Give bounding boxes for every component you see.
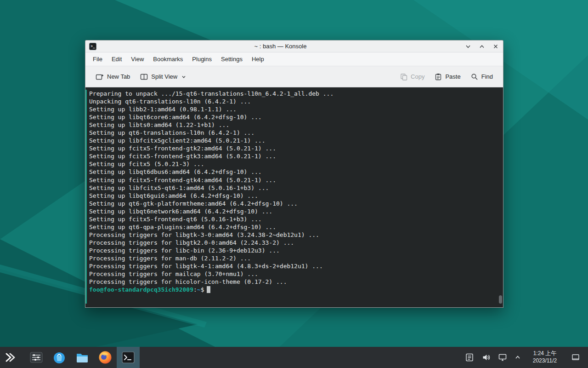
terminal-line: Setting up libqt6core6:amd64 (6.4.2+dfsg… [89, 113, 497, 121]
discover-icon [52, 351, 66, 364]
maximize-button[interactable] [478, 43, 486, 50]
desktop: >_ ~ : bash — Konsole File Edit View Boo… [0, 0, 588, 368]
clock-time: 1:24 上午 [531, 350, 559, 357]
window-titlebar[interactable]: >_ ~ : bash — Konsole [85, 40, 503, 52]
terminal-scrollbar[interactable] [498, 87, 503, 307]
volume-icon[interactable] [481, 353, 491, 362]
terminal-line: Setting up qt6-gtk-platformtheme:amd64 (… [89, 200, 497, 207]
terminal-line: Processing triggers for man-db (2.11.2-2… [89, 254, 497, 262]
terminal-line: Setting up fcitx5 (5.0.21-3) ... [89, 160, 497, 168]
menubar: File Edit View Bookmarks Plugins Setting… [85, 52, 503, 66]
copy-icon [400, 73, 407, 80]
terminal-output: Preparing to unpack .../15-qt6-translati… [89, 90, 497, 286]
terminal-line: Setting up libts0:amd64 (1.22-1+b1) ... [89, 121, 497, 129]
terminal-line: Processing triggers for libgtk-4-1:amd64… [89, 262, 497, 270]
paste-button[interactable]: Paste [431, 70, 464, 83]
find-label: Find [481, 73, 493, 80]
paste-icon [435, 73, 442, 80]
new-tab-icon [96, 73, 104, 80]
scroll-activity-indicator [85, 90, 87, 304]
show-desktop-icon [571, 353, 580, 362]
folder-icon [75, 351, 89, 364]
split-view-label: Split View [151, 73, 177, 80]
terminal-line: Setting up libfcitx5-qt6-1:amd64 (5.0.16… [89, 184, 497, 192]
taskbar-item-konsole[interactable] [117, 347, 140, 368]
window-title: ~ : bash — Konsole [96, 43, 464, 50]
scrollbar-handle[interactable] [499, 295, 502, 304]
terminal-line: Setting up libqt6gui6:amd64 (6.4.2+dfsg-… [89, 192, 497, 200]
terminal-line: Processing triggers for libc-bin (2.36-9… [89, 247, 497, 254]
taskbar-item-file-manager[interactable] [71, 347, 94, 368]
close-button[interactable] [492, 43, 499, 50]
menu-bookmarks[interactable]: Bookmarks [148, 54, 187, 64]
menu-help[interactable]: Help [247, 54, 269, 64]
display-icon[interactable] [498, 353, 507, 362]
copy-button[interactable]: Copy [396, 70, 428, 83]
show-desktop-button[interactable] [569, 353, 583, 362]
notifications-icon[interactable] [465, 353, 474, 362]
kde-launcher-icon [4, 351, 16, 363]
terminal-line: Processing triggers for libgtk2.0-0:amd6… [89, 239, 497, 247]
new-tab-button[interactable]: New Tab [92, 70, 134, 83]
terminal-line: Setting up qt6-translations-l10n (6.4.2-… [89, 129, 497, 137]
firefox-icon [98, 350, 113, 365]
terminal-line: Setting up fcitx5-frontend-gtk2:amd64 (5… [89, 144, 497, 152]
prompt-path: ~ [197, 286, 201, 293]
terminal-line: Processing triggers for hicolor-icon-the… [89, 278, 497, 286]
terminal-line: Preparing to unpack .../15-qt6-translati… [89, 90, 497, 98]
terminal-cursor [207, 286, 210, 293]
terminal-line: Setting up fcitx5-frontend-gtk4:amd64 (5… [89, 176, 497, 184]
menu-file[interactable]: File [88, 54, 107, 64]
find-icon [471, 73, 478, 80]
split-view-icon [140, 73, 148, 80]
menu-edit[interactable]: Edit [107, 54, 126, 64]
menu-settings[interactable]: Settings [216, 54, 247, 64]
terminal-line: Setting up libqt6network6:amd64 (6.4.2+d… [89, 207, 497, 215]
chevron-down-icon [181, 75, 186, 79]
menu-plugins[interactable]: Plugins [187, 54, 216, 64]
split-view-button[interactable]: Split View [136, 70, 190, 83]
terminal-line: Setting up fcitx5-frontend-qt6 (5.0.16-1… [89, 215, 497, 223]
pager-icon [29, 351, 43, 364]
find-button[interactable]: Find [467, 70, 497, 83]
terminal-line: Setting up fcitx5-frontend-gtk3:amd64 (5… [89, 152, 497, 160]
tray-expander-icon[interactable] [514, 354, 521, 361]
terminal-line: Setting up libfcitx5gclient2:amd64 (5.0.… [89, 137, 497, 144]
taskbar-item-discover[interactable] [48, 347, 71, 368]
konsole-icon [121, 351, 135, 364]
prompt-user-host: foo@foo-standardpcq35ich92009 [89, 286, 193, 293]
terminal[interactable]: Preparing to unpack .../15-qt6-translati… [85, 87, 503, 307]
terminal-line: Setting up qt6-qpa-plugins:amd64 (6.4.2+… [89, 223, 497, 231]
taskbar-item-firefox[interactable] [94, 347, 117, 368]
konsole-window-icon: >_ [89, 43, 96, 50]
konsole-window: >_ ~ : bash — Konsole File Edit View Boo… [85, 40, 503, 308]
terminal-line: Processing triggers for mailcap (3.70+nm… [89, 270, 497, 278]
terminal-line: Processing triggers for libgtk-3-0:amd64… [89, 231, 497, 239]
menu-view[interactable]: View [126, 54, 148, 64]
prompt-symbol: $ [201, 286, 204, 293]
copy-label: Copy [411, 73, 424, 80]
terminal-line: Unpacking qt6-translations-l10n (6.4.2-1… [89, 98, 497, 105]
minimize-button[interactable] [464, 43, 472, 50]
paste-label: Paste [445, 73, 460, 80]
clock-date: 2023/11/2 [531, 357, 559, 365]
prompt-colon: : [193, 286, 197, 293]
prompt-line: foo@foo-standardpcq35ich92009:~$ [89, 286, 497, 293]
terminal-line: Setting up libqt6dbus6:amd64 (6.4.2+dfsg… [89, 168, 497, 176]
digital-clock[interactable]: 1:24 上午 2023/11/2 [528, 350, 561, 364]
taskbar-item-pager[interactable] [25, 347, 48, 368]
new-tab-label: New Tab [107, 73, 130, 80]
terminal-line: Setting up libb2-1:amd64 (0.98.1-1.1) ..… [89, 105, 497, 113]
system-tray: 1:24 上午 2023/11/2 [465, 350, 588, 364]
taskbar: 1:24 上午 2023/11/2 [0, 347, 588, 368]
toolbar: New Tab Split View Copy [85, 66, 503, 87]
app-launcher-button[interactable] [0, 347, 20, 368]
